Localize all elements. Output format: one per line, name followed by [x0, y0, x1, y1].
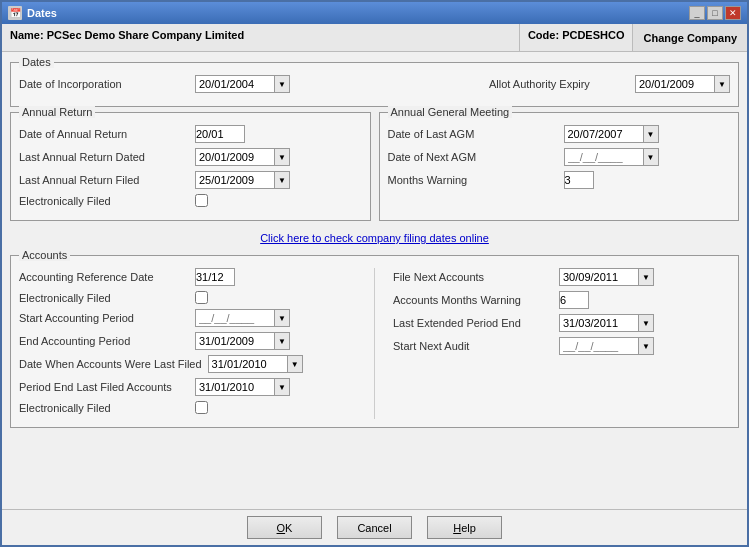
accounts-divider — [374, 268, 375, 419]
date-of-last-agm-row: Date of Last AGM ▼ — [388, 125, 731, 143]
accounts-group: Accounts Accounting Reference Date Elect… — [10, 255, 739, 428]
annual-return-title: Annual Return — [19, 106, 95, 118]
end-accounting-period-row: End Accounting Period ▼ — [19, 332, 356, 350]
filing-dates-link[interactable]: Click here to check company filing dates… — [260, 232, 489, 244]
months-warning-row: Months Warning — [388, 171, 731, 189]
last-extended-period-end-label: Last Extended Period End — [393, 317, 553, 329]
accounts-right-col: File Next Accounts ▼ Accounts Months War… — [393, 268, 730, 419]
period-end-last-filed-dropdown[interactable]: ▼ — [274, 378, 290, 396]
footer: OK Cancel Help — [2, 509, 747, 545]
date-of-next-agm-row: Date of Next AGM ▼ — [388, 148, 731, 166]
date-of-incorporation-label: Date of Incorporation — [19, 78, 189, 90]
accounts-months-warning-label: Accounts Months Warning — [393, 294, 553, 306]
accounting-ref-date-row: Accounting Reference Date — [19, 268, 356, 286]
start-accounting-period-row: Start Accounting Period ▼ — [19, 309, 356, 327]
period-end-last-filed-input[interactable] — [195, 378, 275, 396]
date-of-annual-return-input[interactable] — [195, 125, 245, 143]
accounting-ref-date-input[interactable] — [195, 268, 235, 286]
end-accounting-period-input[interactable] — [195, 332, 275, 350]
date-when-last-filed-input[interactable] — [208, 355, 288, 373]
accounts-electronically-filed2-label: Electronically Filed — [19, 402, 189, 414]
help-button[interactable]: Help — [427, 516, 502, 539]
code-label: Code: — [528, 29, 559, 41]
agm-content: Date of Last AGM ▼ Date of Next AGM ▼ — [388, 125, 731, 189]
last-annual-return-filed-dropdown[interactable]: ▼ — [274, 171, 290, 189]
file-next-accounts-input[interactable] — [559, 268, 639, 286]
agm-title: Annual General Meeting — [388, 106, 513, 118]
close-button[interactable]: ✕ — [725, 6, 741, 20]
ar-electronically-filed-checkbox[interactable] — [195, 194, 208, 207]
date-when-last-filed-label: Date When Accounts Were Last Filed — [19, 358, 202, 370]
period-end-last-filed-row: Period End Last Filed Accounts ▼ — [19, 378, 356, 396]
date-of-next-agm-dropdown[interactable]: ▼ — [643, 148, 659, 166]
date-of-last-agm-dropdown[interactable]: ▼ — [643, 125, 659, 143]
cancel-button[interactable]: Cancel — [337, 516, 412, 539]
accounts-months-warning-row: Accounts Months Warning — [393, 291, 730, 309]
window-controls: _ □ ✕ — [689, 6, 741, 20]
months-warning-input[interactable] — [564, 171, 594, 189]
window-icon: 📅 — [8, 6, 22, 20]
start-next-audit-dropdown[interactable]: ▼ — [638, 337, 654, 355]
last-extended-period-end-input[interactable] — [559, 314, 639, 332]
months-warning-label: Months Warning — [388, 174, 558, 186]
company-code: Code: PCDESHCO — [520, 24, 634, 51]
last-annual-return-dated-input[interactable] — [195, 148, 275, 166]
start-next-audit-input[interactable] — [559, 337, 639, 355]
accounts-months-warning-input[interactable] — [559, 291, 589, 309]
allot-authority-expiry-input[interactable] — [635, 75, 715, 93]
start-next-audit-row: Start Next Audit ▼ — [393, 337, 730, 355]
date-of-annual-return-label: Date of Annual Return — [19, 128, 189, 140]
window-title: Dates — [27, 7, 57, 19]
date-of-last-agm-input[interactable] — [564, 125, 644, 143]
accounting-ref-date-label: Accounting Reference Date — [19, 271, 189, 283]
accounts-electronically-filed-checkbox[interactable] — [195, 291, 208, 304]
code-value: PCDESHCO — [562, 29, 624, 41]
last-extended-period-end-row: Last Extended Period End ▼ — [393, 314, 730, 332]
file-next-accounts-field: ▼ — [559, 268, 654, 286]
ok-button[interactable]: OK — [247, 516, 322, 539]
last-annual-return-dated-label: Last Annual Return Dated — [19, 151, 189, 163]
start-accounting-period-field: ▼ — [195, 309, 290, 327]
date-of-next-agm-input[interactable] — [564, 148, 644, 166]
last-extended-period-end-dropdown[interactable]: ▼ — [638, 314, 654, 332]
company-name: Name: PCSec Demo Share Company Limited — [2, 24, 520, 51]
accounts-electronically-filed2-checkbox[interactable] — [195, 401, 208, 414]
end-accounting-period-dropdown[interactable]: ▼ — [274, 332, 290, 350]
accounts-left-col: Accounting Reference Date Electronically… — [19, 268, 356, 419]
date-of-incorporation-dropdown[interactable]: ▼ — [274, 75, 290, 93]
last-extended-period-end-field: ▼ — [559, 314, 654, 332]
start-accounting-period-input[interactable] — [195, 309, 275, 327]
change-company-button[interactable]: Change Company — [633, 24, 747, 51]
annual-agm-row: Annual Return Date of Annual Return Last… — [10, 112, 739, 221]
start-next-audit-field: ▼ — [559, 337, 654, 355]
minimize-button[interactable]: _ — [689, 6, 705, 20]
date-when-last-filed-dropdown[interactable]: ▼ — [287, 355, 303, 373]
dates-row: Date of Incorporation ▼ Allot Authority … — [19, 75, 730, 93]
last-annual-return-filed-input[interactable] — [195, 171, 275, 189]
ar-electronically-filed-label: Electronically Filed — [19, 195, 189, 207]
main-window: 📅 Dates _ □ ✕ Name: PCSec Demo Share Com… — [0, 0, 749, 547]
maximize-button[interactable]: □ — [707, 6, 723, 20]
last-annual-return-dated-row: Last Annual Return Dated ▼ — [19, 148, 362, 166]
last-annual-return-filed-label: Last Annual Return Filed — [19, 174, 189, 186]
last-annual-return-filed-field: ▼ — [195, 171, 290, 189]
annual-return-content: Date of Annual Return Last Annual Return… — [19, 125, 362, 207]
allot-authority-expiry-dropdown[interactable]: ▼ — [714, 75, 730, 93]
file-next-accounts-row: File Next Accounts ▼ — [393, 268, 730, 286]
ar-electronically-filed-row: Electronically Filed — [19, 194, 362, 207]
date-of-incorporation-field: ▼ — [195, 75, 290, 93]
last-annual-return-dated-dropdown[interactable]: ▼ — [274, 148, 290, 166]
file-next-accounts-dropdown[interactable]: ▼ — [638, 268, 654, 286]
allot-authority-expiry-field: ▼ — [635, 75, 730, 93]
name-value: PCSec Demo Share Company Limited — [47, 29, 244, 41]
start-accounting-period-dropdown[interactable]: ▼ — [274, 309, 290, 327]
file-next-accounts-label: File Next Accounts — [393, 271, 553, 283]
date-of-last-agm-label: Date of Last AGM — [388, 128, 558, 140]
end-accounting-period-label: End Accounting Period — [19, 335, 189, 347]
accounts-content: Accounting Reference Date Electronically… — [19, 268, 730, 419]
date-of-incorporation-input[interactable] — [195, 75, 275, 93]
accounts-title: Accounts — [19, 249, 70, 261]
main-content: Dates Date of Incorporation ▼ Allot Auth… — [2, 52, 747, 509]
annual-return-group: Annual Return Date of Annual Return Last… — [10, 112, 371, 221]
date-of-last-agm-field: ▼ — [564, 125, 659, 143]
